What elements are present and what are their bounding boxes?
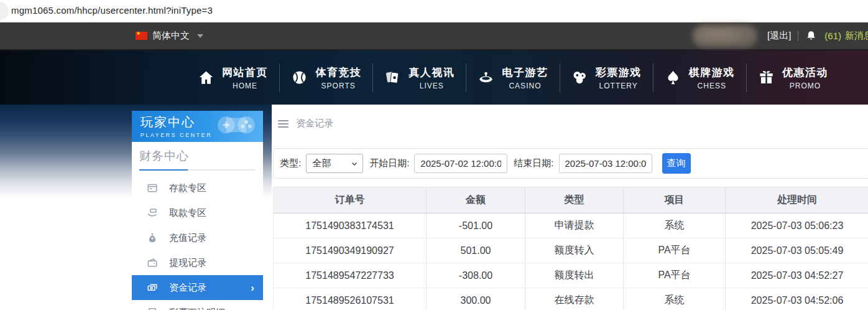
table-cell: PA平台 [624, 238, 726, 263]
sidebar-item-recharge-record[interactable]: 充值记录 [132, 225, 263, 250]
sidebar-item-lottery-bet-detail[interactable]: 彩票下注明细 [132, 300, 263, 310]
home-icon [198, 69, 215, 86]
nav-divider [466, 63, 466, 92]
hamburger-icon[interactable] [278, 120, 289, 128]
china-flag-icon: ★ [136, 32, 147, 40]
start-date-input[interactable] [414, 154, 507, 173]
address-bar[interactable]: mgm1065.com/hhcp/usercenter.html?iniType… [0, 0, 868, 22]
hand-money-icon [147, 207, 158, 218]
chevron-down-icon [351, 160, 358, 167]
table-cell: 额度转入 [525, 238, 624, 263]
column-header: 金额 [427, 187, 525, 214]
finance-section-title: 财务中心 [139, 148, 256, 164]
table-cell: 501.00 [427, 238, 525, 263]
table-cell: 系统 [624, 288, 726, 310]
nav-label-zh: 网站首页 [222, 65, 268, 80]
gamepad-icon [212, 112, 261, 141]
end-date-input[interactable] [559, 154, 652, 173]
table-cell: 1751490349190927 [274, 238, 427, 263]
search-button[interactable]: 查询 [662, 153, 691, 174]
table-row: 1751489547227733-308.00额度转出PA平台2025-07-0… [274, 263, 868, 288]
table-cell: 额度转出 [525, 263, 624, 288]
account-topbar: ★ 简体中文 [退出] (61) 新消息 [0, 22, 868, 50]
nav-item-lives[interactable]: 真人视讯LIVES [384, 65, 455, 90]
table-row: 1751490383174531-501.00申请提款系统2025-07-03 … [274, 214, 868, 238]
page-title-row: 资金记录 [272, 105, 868, 129]
banknote-icon [147, 282, 158, 293]
sidebar-item-label: 彩票下注明细 [169, 307, 225, 310]
document-icon [147, 307, 158, 310]
lottery-balls-icon [571, 69, 588, 86]
logout-link[interactable]: [退出] [767, 30, 791, 42]
nav-divider [279, 63, 280, 92]
nav-label-zh: 彩票游戏 [596, 65, 642, 80]
sidebar-item-withdraw-zone[interactable]: 取款专区 [132, 200, 263, 225]
nav-item-chess[interactable]: 棋牌游戏CHESS [665, 65, 735, 90]
sidebar-item-label: 资金记录 [169, 282, 206, 294]
table-row: 1751490349190927501.00额度转入PA平台2025-07-03… [274, 238, 868, 263]
table-cell: 系统 [624, 214, 726, 238]
column-header: 类型 [525, 187, 624, 214]
sidebar-item-funds-record[interactable]: 资金记录› [132, 275, 263, 300]
column-header: 订单号 [274, 187, 427, 214]
nav-label-zh: 电子游艺 [502, 65, 548, 80]
nav-label-en: CASINO [502, 82, 548, 90]
table-row: 1751489526107531300.00在线存款系统2025-07-03 0… [274, 288, 868, 310]
table-cell: PA平台 [624, 263, 726, 288]
nav-label-en: HOME [222, 82, 268, 90]
sidebar-item-deposit-zone[interactable]: 存款专区 [132, 176, 263, 200]
nav-item-sports[interactable]: 体育竞技SPORTS [291, 65, 361, 90]
language-selector[interactable]: ★ 简体中文 [136, 30, 203, 42]
user-account-blur[interactable] [693, 25, 757, 47]
column-header: 项目 [624, 187, 726, 214]
deposit-card-icon [147, 182, 158, 194]
table-cell: -501.00 [427, 214, 525, 238]
type-label: 类型: [280, 157, 301, 169]
page-url: mgm1065.com/hhcp/usercenter.html?iniType… [11, 5, 213, 16]
sidebar-item-withdrawal-record[interactable]: 提现记录 [132, 250, 263, 275]
type-select[interactable]: 全部 [306, 154, 363, 173]
nav-label-en: PROMO [782, 82, 828, 90]
nav-divider [560, 63, 560, 92]
nav-divider [746, 63, 747, 92]
sidebar-item-label: 取款专区 [169, 207, 206, 219]
table-cell: -308.00 [427, 263, 525, 288]
nav-label-en: LIVES [409, 82, 455, 90]
table-header-row: 订单号金额类型项目处理时间 [274, 187, 868, 214]
nav-item-lottery[interactable]: 彩票游戏LOTTERY [571, 65, 642, 90]
table-cell: 1751489526107531 [274, 288, 427, 310]
roulette-icon [478, 69, 494, 86]
nav-label-zh: 优惠活动 [782, 65, 828, 80]
funds-record-table: 订单号金额类型项目处理时间 1751490383174531-501.00申请提… [273, 187, 868, 310]
main-nav: 网站首页HOME体育竞技SPORTS真人视讯LIVES电子游艺CASINO彩票游… [198, 50, 828, 105]
table-cell: 300.00 [427, 288, 525, 310]
table-cell: 2025-07-03 04:52:27 [726, 263, 868, 288]
bell-icon[interactable] [805, 30, 817, 42]
nav-label-zh: 体育竞技 [315, 65, 361, 80]
url-pill-edge [0, 2, 9, 21]
nav-item-casino[interactable]: 电子游艺CASINO [478, 65, 548, 90]
players-center-header: 玩家中心 PLAYERS CENTER [132, 111, 263, 142]
nav-item-promo[interactable]: 优惠活动PROMO [758, 65, 828, 90]
wallet-icon [147, 257, 158, 268]
message-count[interactable]: (61) [824, 31, 841, 41]
gift-icon [758, 69, 775, 86]
table-cell: 申请提款 [525, 214, 624, 238]
filter-bar: 类型: 全部 开始日期: 结束日期: 查询 [273, 148, 868, 179]
sidebar-item-label: 充值记录 [169, 232, 206, 244]
nav-label-zh: 棋牌游戏 [689, 65, 735, 80]
topbar-divider [798, 31, 798, 41]
nav-label-en: SPORTS [315, 82, 361, 90]
main-content: 资金记录 类型: 全部 开始日期: 结束日期: 查询 订单号金额类型项目处理时间… [272, 105, 868, 310]
sidebar-menu: 存款专区取款专区充值记录提现记录资金记录›彩票下注明细 [132, 176, 263, 310]
page-title: 资金记录 [296, 118, 333, 129]
table-cell: 2025-07-03 05:05:49 [726, 238, 868, 263]
message-label[interactable]: 新消息 [845, 30, 868, 42]
nav-label-en: LOTTERY [596, 82, 642, 90]
type-select-value: 全部 [312, 157, 331, 169]
section-underline [139, 169, 256, 171]
nav-item-home[interactable]: 网站首页HOME [198, 65, 268, 90]
sidebar-item-label: 存款专区 [169, 182, 206, 194]
main-navbar: 网站首页HOME体育竞技SPORTS真人视讯LIVES电子游艺CASINO彩票游… [0, 50, 868, 105]
table-cell: 1751490383174531 [274, 214, 427, 238]
